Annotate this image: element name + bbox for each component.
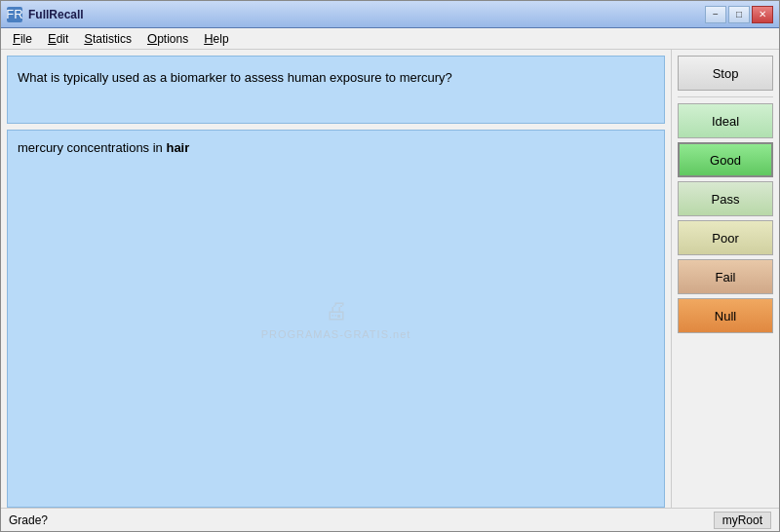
content-area: What is typically used as a biomarker to… (1, 50, 779, 508)
menu-edit[interactable]: Edit (40, 29, 76, 48)
question-box: What is typically used as a biomarker to… (7, 56, 665, 124)
pass-button[interactable]: Pass (678, 181, 773, 216)
title-bar: FR FullRecall − □ ✕ (1, 1, 779, 28)
title-controls: − □ ✕ (705, 6, 773, 23)
title-left: FR FullRecall (7, 7, 84, 22)
menu-options[interactable]: Options (139, 29, 196, 48)
menu-bar: File Edit Statistics Options Help (1, 28, 779, 50)
maximize-button[interactable]: □ (728, 6, 750, 23)
answer-bold: hair (166, 140, 189, 155)
main-window: FR FullRecall − □ ✕ File Edit Statistics… (0, 0, 780, 532)
stop-button[interactable]: Stop (678, 56, 773, 91)
window-title: FullRecall (28, 8, 84, 21)
watermark: 🖨 PROGRAMAS-GRATIS.net (261, 297, 411, 340)
answer-box: mercury concentrations in hair 🖨 PROGRAM… (7, 130, 665, 508)
watermark-icon: 🖨 (325, 297, 348, 324)
question-text: What is typically used as a biomarker to… (18, 70, 452, 85)
poor-button[interactable]: Poor (678, 220, 773, 255)
menu-file[interactable]: File (5, 29, 40, 48)
side-panel: Stop Ideal Good Pass Poor Fail Null (672, 50, 779, 508)
close-button[interactable]: ✕ (752, 6, 773, 23)
null-button[interactable]: Null (678, 298, 773, 333)
fail-button[interactable]: Fail (678, 259, 773, 294)
app-icon: FR (7, 7, 22, 22)
status-left: Grade? (9, 513, 48, 527)
menu-help[interactable]: Help (196, 29, 236, 48)
ideal-button[interactable]: Ideal (678, 103, 773, 138)
divider (678, 96, 773, 97)
main-panel: What is typically used as a biomarker to… (1, 50, 672, 508)
status-bar: Grade? myRoot (1, 508, 779, 531)
minimize-button[interactable]: − (705, 6, 726, 23)
watermark-text: PROGRAMAS-GRATIS.net (261, 328, 411, 340)
good-button[interactable]: Good (678, 142, 773, 177)
menu-statistics[interactable]: Statistics (76, 29, 139, 48)
answer-text: mercury concentrations in hair (18, 140, 189, 155)
answer-prefix: mercury concentrations in (18, 140, 166, 155)
status-right: myRoot (714, 512, 771, 529)
